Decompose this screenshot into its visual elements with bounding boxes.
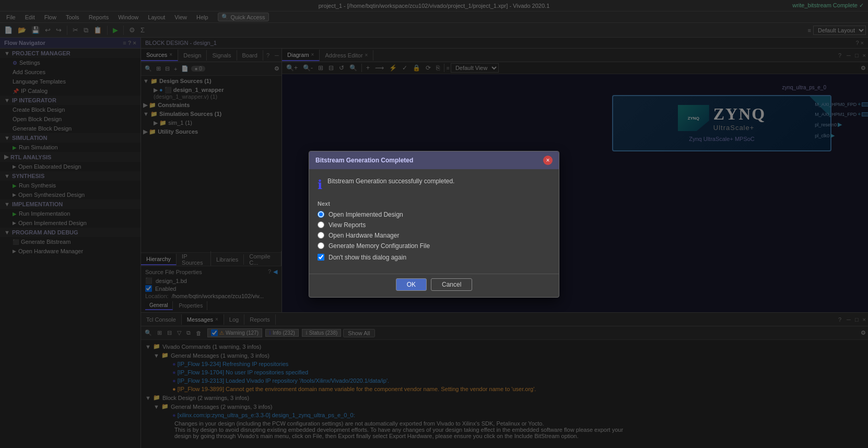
dialog-header: Bitstream Generation Completed × (309, 151, 559, 169)
radio-view-reports[interactable]: View Reports (318, 221, 550, 229)
radio-open-impl-label: Open Implemented Design (329, 211, 403, 218)
dialog-close-button[interactable]: × (543, 156, 553, 165)
dialog-body: ℹ Bitstream Generation successfully comp… (309, 169, 559, 274)
dialog-success-area: ℹ Bitstream Generation successfully comp… (318, 178, 550, 192)
radio-view-reports-label: View Reports (329, 221, 366, 229)
dont-show-checkbox[interactable] (318, 254, 324, 261)
bitstream-dialog: Bitstream Generation Completed × ℹ Bitst… (309, 151, 559, 298)
radio-view-reports-input[interactable] (318, 221, 324, 228)
radio-open-hw-input[interactable] (318, 232, 324, 239)
dialog-ok-button[interactable]: OK (396, 278, 427, 291)
dialog-overlay: Bitstream Generation Completed × ℹ Bitst… (0, 0, 868, 448)
dialog-info-icon: ℹ (318, 178, 322, 192)
dialog-cancel-button[interactable]: Cancel (431, 278, 472, 291)
dont-show-option[interactable]: Don't show this dialog again (318, 254, 550, 261)
radio-open-impl[interactable]: Open Implemented Design (318, 211, 550, 218)
radio-open-impl-input[interactable] (318, 211, 324, 218)
radio-gen-mem-label: Generate Memory Configuration File (329, 242, 430, 250)
dialog-footer: OK Cancel (309, 274, 559, 297)
radio-gen-mem[interactable]: Generate Memory Configuration File (318, 242, 550, 250)
radio-open-hw[interactable]: Open Hardware Manager (318, 232, 550, 239)
radio-gen-mem-input[interactable] (318, 242, 324, 249)
dont-show-label: Don't show this dialog again (329, 254, 406, 261)
radio-open-hw-label: Open Hardware Manager (329, 232, 399, 239)
